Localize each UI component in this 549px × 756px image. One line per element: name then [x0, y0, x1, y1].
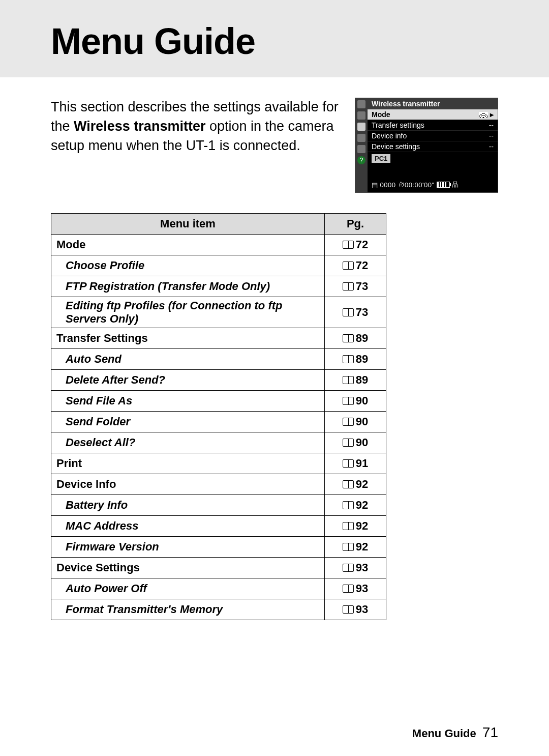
table-row: Print91	[51, 453, 386, 474]
camera-menu-row: Device settings--	[368, 141, 498, 152]
page-ref: 92	[325, 516, 386, 537]
page-ref: 89	[325, 328, 386, 349]
page-ref: 92	[325, 495, 386, 516]
menu-subitem: Battery Info	[51, 495, 325, 516]
page-ref-icon	[343, 282, 354, 290]
table-row: Send Folder90	[51, 412, 386, 432]
menu-subitem: Editing ftp Profiles (for Connection to …	[51, 297, 325, 328]
table-row: Battery Info92	[51, 495, 386, 516]
page-ref-icon	[343, 261, 354, 270]
table-row: Send File As90	[51, 391, 386, 412]
page-title: Menu Guide	[51, 20, 549, 62]
table-row: FTP Registration (Transfer Mode Only)73	[51, 276, 386, 297]
help-icon: ?	[357, 156, 365, 164]
page-ref: 93	[325, 599, 386, 620]
menu-subitem: Choose Profile	[51, 255, 325, 276]
camera-side-icon-selected	[357, 123, 365, 131]
page-ref: 90	[325, 391, 386, 412]
menu-subitem: FTP Registration (Transfer Mode Only)	[51, 276, 325, 297]
camera-menu-row: Mode ▸	[368, 109, 498, 120]
camera-menu-row: Transfer settings--	[368, 120, 498, 131]
network-icon: 品	[452, 180, 459, 189]
camera-row-label: Device info	[372, 132, 407, 140]
page-ref-icon	[343, 522, 354, 530]
camera-sidebar: ?	[355, 98, 368, 192]
page-ref-icon	[343, 439, 354, 447]
camera-row-label: Device settings	[372, 142, 420, 151]
page-ref-icon	[343, 480, 354, 488]
menu-table: Menu item Pg. Mode72Choose Profile72FTP …	[51, 213, 386, 620]
table-row: Editing ftp Profiles (for Connection to …	[51, 297, 386, 328]
camera-row-value: ▸	[479, 110, 494, 119]
title-band: Menu Guide	[0, 0, 549, 77]
menu-category: Print	[51, 453, 325, 474]
camera-menu-row: Device info--	[368, 131, 498, 141]
table-row: Mode72	[51, 235, 386, 255]
page-ref: 92	[325, 537, 386, 558]
page-ref-icon	[343, 564, 354, 572]
table-row: Deselect All?90	[51, 432, 386, 453]
camera-profile-badge: PC1	[372, 154, 390, 163]
table-row: Delete After Send?89	[51, 370, 386, 391]
footer-label: Menu Guide	[412, 727, 476, 740]
table-row: Auto Send89	[51, 349, 386, 370]
page-ref-icon	[343, 376, 354, 384]
page-ref: 89	[325, 349, 386, 370]
table-row: Firmware Version92	[51, 537, 386, 558]
camera-status-bar: ▤ 0000 ⏱00:00'00" 品	[368, 177, 498, 192]
col-header-pg: Pg.	[325, 214, 386, 235]
page-ref: 90	[325, 432, 386, 453]
page-ref: 72	[325, 255, 386, 276]
page-footer: Menu Guide 71	[412, 724, 498, 741]
page-ref: 91	[325, 453, 386, 474]
menu-category: Mode	[51, 235, 325, 255]
table-row: MAC Address92	[51, 516, 386, 537]
page-ref-icon	[343, 308, 354, 316]
camera-side-icon	[357, 145, 365, 153]
camera-side-icon	[357, 100, 365, 108]
page-ref-icon	[343, 585, 354, 593]
menu-subitem: Auto Send	[51, 349, 325, 370]
menu-category: Transfer Settings	[51, 328, 325, 349]
frames-icon: ▤	[372, 181, 378, 189]
camera-status-text: 0000 ⏱00:00'00"	[380, 181, 435, 189]
page-ref-icon	[343, 459, 354, 468]
page-ref: 90	[325, 412, 386, 432]
page-ref: 93	[325, 578, 386, 599]
page-ref-icon	[343, 241, 354, 249]
battery-icon	[437, 182, 450, 188]
camera-row-value: --	[489, 132, 494, 140]
page-ref-icon	[343, 397, 354, 405]
intro-text: This section describes the settings avai…	[51, 98, 340, 155]
footer-page-number: 71	[482, 724, 498, 740]
menu-category: Device Settings	[51, 558, 325, 578]
camera-row-label: Mode	[372, 110, 390, 119]
table-row: Device Settings93	[51, 558, 386, 578]
intro-bold: Wireless transmitter	[74, 119, 205, 134]
menu-subitem: Format Transmitter's Memory	[51, 599, 325, 620]
camera-side-icon	[357, 111, 365, 120]
page-ref-icon	[343, 418, 354, 426]
page-ref-icon	[343, 334, 354, 342]
page-ref: 92	[325, 474, 386, 495]
menu-subitem: Delete After Send?	[51, 370, 325, 391]
table-row: Choose Profile72	[51, 255, 386, 276]
menu-subitem: Send Folder	[51, 412, 325, 432]
menu-category: Device Info	[51, 474, 325, 495]
camera-row-value: --	[489, 121, 494, 129]
menu-subitem: Deselect All?	[51, 432, 325, 453]
page-ref-icon	[343, 501, 354, 509]
camera-menu-screenshot: ? Wireless transmitter Mode ▸Transfer se…	[355, 98, 498, 193]
wifi-icon	[479, 112, 488, 118]
page-ref: 73	[325, 297, 386, 328]
camera-row-label: Transfer settings	[372, 121, 424, 129]
page-ref: 73	[325, 276, 386, 297]
menu-subitem: Send File As	[51, 391, 325, 412]
table-row: Format Transmitter's Memory93	[51, 599, 386, 620]
camera-row-value: --	[489, 142, 494, 151]
page-ref: 72	[325, 235, 386, 255]
camera-side-icon	[357, 134, 365, 142]
table-row: Transfer Settings89	[51, 328, 386, 349]
page-ref-icon	[343, 543, 354, 551]
col-header-item: Menu item	[51, 214, 325, 235]
